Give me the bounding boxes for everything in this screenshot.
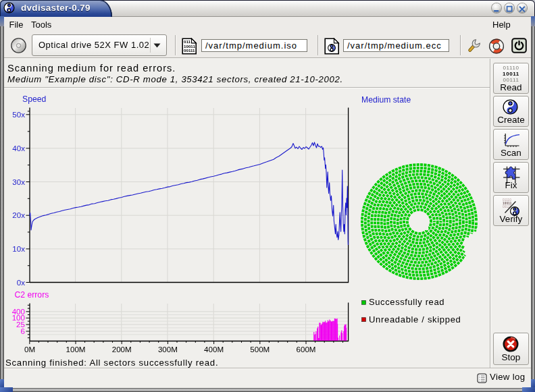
svg-text:00111: 00111 — [184, 48, 195, 53]
